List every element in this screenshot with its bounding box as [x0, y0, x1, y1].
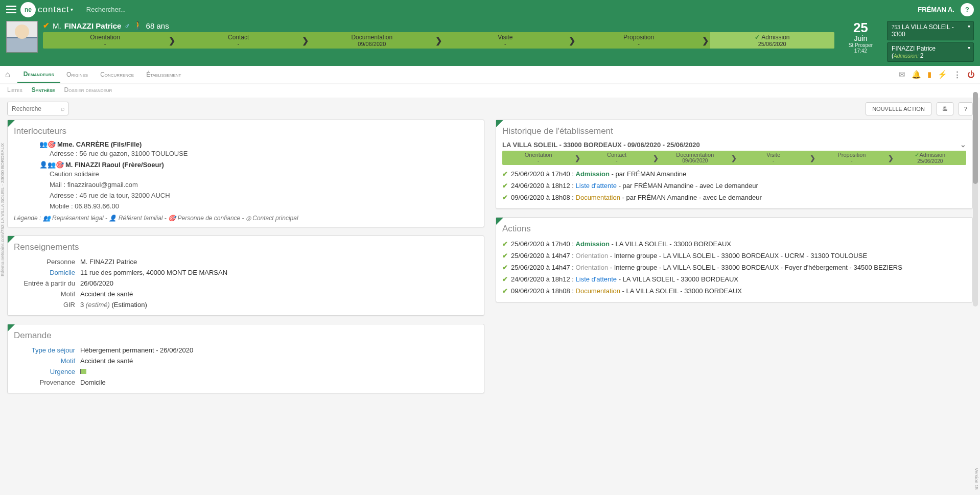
mail-icon[interactable]: ✉ [899, 70, 905, 79]
patient-name: FINAZZI Patrice [64, 21, 122, 30]
person-select[interactable]: FINAZZI Patrice (Admission: 2 [887, 42, 974, 62]
info-row: Type de séjourHébergement permanent - 26… [14, 345, 478, 356]
contact-header[interactable]: 👤👥🎯M. FINAZZI Raoul (Frère/Soeur) [14, 161, 478, 169]
topbar: ne contact ▾ FRÉMAN A. ? [0, 0, 980, 19]
chevron-right-icon: ❯ [574, 151, 580, 165]
actions-panel: Actions ✔25/06/2020 à 17h40 : Admission … [496, 217, 973, 302]
expand-icon[interactable]: ⌄ [960, 140, 966, 149]
mini-flow-step: Contact- [580, 151, 652, 165]
chevron-right-icon: ❯ [701, 32, 710, 49]
contact-line: Caution solidaire [14, 169, 478, 179]
check-icon: ✔ [502, 182, 508, 190]
log-line: ✔24/06/2020 à 18h12 : Liste d'attente - … [502, 180, 966, 192]
dots-icon[interactable]: ⋮ [953, 70, 961, 79]
mini-flow-step: Admission25/06/2020 [894, 151, 966, 165]
log-line: ✔24/06/2020 à 18h12 : Liste d'attente - … [502, 273, 966, 285]
panel-title: Historique de l'établissement [502, 126, 966, 136]
flow-step[interactable]: Proposition- [577, 32, 701, 49]
check-icon: ✔ [502, 264, 508, 271]
home-icon[interactable]: ⌂ [5, 70, 10, 79]
new-action-button[interactable]: NOUVELLE ACTION [866, 102, 931, 115]
subtab-1[interactable]: Synthèse [32, 86, 55, 93]
mini-flow-step: Proposition- [815, 151, 888, 165]
mini-flow-step: Visite- [737, 151, 809, 165]
interlocuteurs-panel: Interlocuteurs 👥🎯Mme. CARRÈRE (Fils/Fill… [7, 120, 484, 227]
mini-flow-step: Documentation09/06/2020 [659, 151, 731, 165]
flag-icon [80, 369, 86, 374]
flow-step[interactable]: Documentation09/06/2020 [310, 32, 434, 49]
help-panel-button[interactable]: ? [959, 102, 973, 115]
check-icon: ✔ [43, 21, 50, 30]
legend: Légende : 👥 Représentant légal - 👤 Référ… [14, 215, 478, 222]
search-input[interactable] [7, 102, 68, 115]
patient-age: 68 ans [146, 21, 169, 30]
log-line: ✔09/06/2020 à 18h08 : Documentation - pa… [502, 192, 966, 203]
check-icon: ✔ [502, 194, 508, 201]
date-saint: St Prosper [849, 42, 873, 48]
help-button[interactable]: ? [961, 3, 974, 16]
panel-title: Demande [14, 331, 478, 341]
tab-demandeurs[interactable]: Demandeurs [17, 66, 60, 83]
chevron-right-icon: ❯ [167, 32, 176, 49]
info-row: Entrée à partir du26/06/2020 [14, 278, 478, 289]
subtab-0[interactable]: Listes [7, 86, 22, 93]
date-day: 25 [849, 21, 873, 34]
patient-header: ✔ M. FINAZZI Patrice ♂ 🚶 68 ans Orientat… [0, 19, 980, 66]
logo-icon[interactable]: ne [20, 2, 36, 17]
check-icon: ✔ [502, 170, 508, 178]
flow-step[interactable]: Admission25/06/2020 [710, 32, 834, 49]
check-icon: ✔ [502, 287, 508, 295]
flow-step[interactable]: Visite- [443, 32, 567, 49]
chevron-right-icon: ❯ [653, 151, 659, 165]
info-row: PersonneM. FINAZZI Patrice [14, 256, 478, 267]
note-icon[interactable]: ▮ [927, 70, 931, 79]
date-time: 17:42 [849, 48, 873, 54]
action-row: NOUVELLE ACTION 🖶 ? [0, 98, 980, 120]
flow-step[interactable]: Orientation- [43, 32, 167, 49]
gender-icon: ♂ [124, 21, 130, 30]
contact-header[interactable]: 👥🎯Mme. CARRÈRE (Fils/Fille) [14, 140, 478, 148]
tab-concurrence[interactable]: Concurrence [94, 66, 140, 83]
menu-icon[interactable] [6, 6, 16, 13]
chevron-right-icon: ❯ [809, 151, 815, 165]
info-row: GIR3 (estimé) (Estimation) [14, 299, 478, 310]
info-row: Domicile11 rue des pommiers, 40000 MONT … [14, 267, 478, 278]
log-line: ✔25/06/2020 à 17h40 : Admission - LA VIL… [502, 238, 966, 250]
check-icon: ✔ [502, 275, 508, 283]
flow-step[interactable]: Contact- [176, 32, 300, 49]
bolt-icon[interactable]: ⚡ [938, 70, 947, 79]
panel-title: Renseignements [14, 242, 478, 252]
mini-flow-step: Orientation- [502, 151, 574, 165]
avatar [6, 21, 38, 53]
log-line: ✔09/06/2020 à 18h08 : Documentation - LA… [502, 285, 966, 297]
contact-line: Mobile : 06.85.93.66.00 [14, 201, 478, 211]
chevron-right-icon: ❯ [568, 32, 577, 49]
log-line: ✔25/06/2020 à 17h40 : Admission - par FR… [502, 168, 966, 180]
check-icon: ✔ [502, 252, 508, 260]
check-icon: ✔ [502, 240, 508, 248]
subtab-2[interactable]: Dossier demandeur [64, 86, 112, 93]
user-name[interactable]: FRÉMAN A. [918, 6, 954, 13]
establishment-select[interactable]: 753 LA VILLA SOLEIL - 3300 [887, 21, 974, 40]
info-row: ProvenanceDomicile [14, 377, 478, 388]
historique-panel: Historique de l'établissement LA VILLA S… [496, 120, 973, 209]
scrollbar[interactable] [973, 92, 978, 307]
power-icon[interactable]: ⏻ [967, 70, 975, 79]
person-icon: 🚶 [133, 21, 143, 30]
side-url: Edemo.netsoins.com/753 LA VILLA SOLEIL -… [0, 143, 5, 276]
historique-header: LA VILLA SOLEIL - 33000 BORDEAUX - 09/06… [502, 141, 700, 149]
info-row: MotifAccident de santé [14, 289, 478, 299]
renseignements-panel: Renseignements PersonneM. FINAZZI Patric… [7, 235, 484, 316]
tab-origines[interactable]: Origines [60, 66, 94, 83]
contact-line: Adresse : 45 rue de la tour, 32000 AUCH [14, 190, 478, 201]
contact-line: Mail : finazziraoul@gmail.com [14, 179, 478, 190]
bell-icon[interactable]: 🔔 [912, 70, 921, 79]
chevron-down-icon[interactable]: ▾ [71, 7, 73, 12]
print-button[interactable]: 🖶 [937, 102, 953, 115]
sub-tabs: ListesSynthèseDossier demandeur [0, 84, 980, 98]
tab-établissement[interactable]: Établissement [140, 66, 187, 83]
global-search-input[interactable] [86, 6, 189, 13]
main-tabs: ⌂ DemandeursOriginesConcurrenceÉtablisse… [0, 66, 980, 83]
contact-line: Adresse : 56 rue du gazon, 31000 TOULOUS… [14, 148, 478, 159]
chevron-right-icon: ❯ [300, 32, 310, 49]
